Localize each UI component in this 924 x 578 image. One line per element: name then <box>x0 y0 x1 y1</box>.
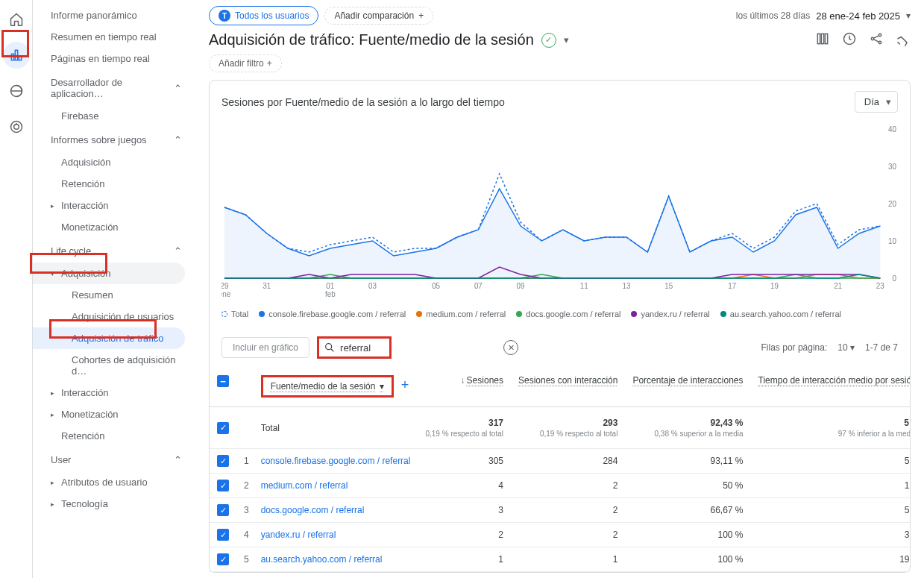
svg-rect-2 <box>19 56 21 60</box>
svg-rect-1 <box>15 50 17 60</box>
col-engagement-rate[interactable]: Porcentaje de interacciones <box>632 375 743 386</box>
col-sessions[interactable]: Sesiones <box>467 375 503 386</box>
search-input[interactable] <box>340 342 385 354</box>
svg-point-10 <box>871 37 873 40</box>
svg-text:01: 01 <box>326 282 334 290</box>
add-comparison-chip[interactable]: Añadir comparación+ <box>324 7 433 25</box>
period-select[interactable]: Día <box>855 91 898 113</box>
sidebar-section-user[interactable]: User⌃ <box>33 447 191 471</box>
legend-item[interactable]: docs.google.com / referral <box>516 310 620 318</box>
row-checkbox[interactable] <box>217 455 229 467</box>
sidebar-item-games-int[interactable]: ▸Interacción <box>33 195 191 216</box>
svg-text:30: 30 <box>888 163 896 171</box>
rows-per-page-select[interactable]: 10 ▾ <box>837 342 855 353</box>
sidebar-item-acq-traffic[interactable]: Adquisición de tráfico <box>33 327 185 349</box>
add-filter-chip[interactable]: Añadir filtro+ <box>209 54 282 72</box>
row-checkbox[interactable] <box>217 553 229 565</box>
table-row[interactable]: 2medium.com / referral4250 %1 s <box>210 474 910 498</box>
table-row[interactable]: 5au.search.yahoo.com / referral11100 %19… <box>210 547 910 572</box>
sidebar-item-games-mon[interactable]: Monetización <box>33 216 191 238</box>
reports-icon[interactable] <box>3 42 30 69</box>
table-row[interactable]: 1console.firebase.google.com / referral3… <box>210 449 910 474</box>
legend-item[interactable]: au.search.yahoo.com / referral <box>720 310 841 318</box>
source-link[interactable]: medium.com / referral <box>261 480 348 491</box>
sidebar-item-games-ret[interactable]: Retención <box>33 173 191 195</box>
row-checkbox[interactable] <box>217 504 229 516</box>
legend-item[interactable]: Total <box>221 310 248 318</box>
chart-title: Sesiones por Fuente/medio de la sesión a… <box>221 96 505 108</box>
include-in-chart-button[interactable]: Incluir en gráfico <box>221 337 309 358</box>
source-link[interactable]: docs.google.com / referral <box>261 505 365 515</box>
table-search[interactable] <box>317 336 392 359</box>
chevron-down-icon: ▾ <box>906 10 911 21</box>
search-icon <box>324 342 336 354</box>
sidebar-item-games-acq[interactable]: Adquisición <box>33 151 191 173</box>
sidebar-item-retention[interactable]: Retención <box>33 425 191 447</box>
svg-text:20: 20 <box>888 200 896 208</box>
sidebar-section-games[interactable]: Informes sobre juegos⌃ <box>33 127 191 151</box>
row-checkbox[interactable] <box>217 529 229 541</box>
chart-legend: Totalconsole.firebase.google.com / refer… <box>210 302 910 329</box>
edit-icon[interactable] <box>896 31 911 48</box>
svg-point-4 <box>10 122 22 133</box>
sidebar-item-user-attrs[interactable]: ▸Atributos de usuario <box>33 471 191 493</box>
svg-point-11 <box>879 34 881 36</box>
legend-item[interactable]: console.firebase.google.com / referral <box>259 310 406 318</box>
chevron-down-icon[interactable]: ▾ <box>564 34 569 45</box>
table-row[interactable]: 4yandex.ru / referral22100 %3 s <box>210 523 910 547</box>
svg-text:29: 29 <box>221 282 229 290</box>
svg-text:15: 15 <box>664 282 673 290</box>
select-all-checkbox[interactable] <box>217 375 229 387</box>
svg-rect-0 <box>11 54 13 60</box>
sidebar-item-acquisition[interactable]: ▾Adquisición <box>33 263 185 284</box>
svg-text:19: 19 <box>770 282 779 290</box>
date-range-picker[interactable]: los últimos 28 días 28 ene-24 feb 2025 ▾ <box>736 10 911 22</box>
source-link[interactable]: au.search.yahoo.com / referral <box>261 554 383 565</box>
sidebar-section-lifecycle[interactable]: Life cycle⌃ <box>33 238 191 263</box>
sidebar-item-interaction[interactable]: ▸Interacción <box>33 382 191 403</box>
comparison-chip-all-users[interactable]: TTodos los usuarios <box>209 6 318 25</box>
legend-item[interactable]: yandex.ru / referral <box>631 310 709 318</box>
add-dimension-button[interactable]: + <box>401 377 409 392</box>
row-checkbox[interactable] <box>217 480 229 491</box>
status-check-icon[interactable]: ✓ <box>541 33 556 48</box>
sidebar-item-acq-summary[interactable]: Resumen <box>33 284 191 306</box>
plus-icon: + <box>418 10 424 21</box>
date-range-label: los últimos 28 días <box>736 10 810 21</box>
data-table: Fuente/medio de la sesión ▾ + ↓Sesiones … <box>210 366 910 572</box>
source-link[interactable]: console.firebase.google.com / referral <box>261 456 411 466</box>
svg-point-5 <box>13 125 19 130</box>
svg-text:11: 11 <box>580 282 588 290</box>
sidebar-item-firebase[interactable]: Firebase <box>33 105 191 127</box>
sidebar-item-tech[interactable]: ▸Tecnología <box>33 493 191 515</box>
customize-icon[interactable] <box>815 31 830 48</box>
explore-icon[interactable] <box>3 78 30 104</box>
svg-text:ene: ene <box>221 290 231 298</box>
sidebar-section-developer[interactable]: Desarrollador de aplicacion…⌃ <box>33 69 191 105</box>
sort-arrow-icon[interactable]: ↓ <box>461 375 465 386</box>
col-engaged-sessions[interactable]: Sesiones con interacción <box>518 375 617 386</box>
sidebar-item-realtime-pages[interactable]: Páginas en tiempo real <box>33 48 191 69</box>
sidebar-item-realtime-summary[interactable]: Resumen en tiempo real <box>33 26 191 48</box>
svg-text:17: 17 <box>728 282 736 290</box>
legend-item[interactable]: medium.com / referral <box>416 310 506 318</box>
svg-text:05: 05 <box>432 282 440 290</box>
insights-icon[interactable] <box>842 31 857 48</box>
col-avg-time[interactable]: Tiempo de interacción medio por sesión <box>758 375 911 386</box>
sidebar-item-panoramic[interactable]: Informe panorámico <box>33 4 191 26</box>
home-icon[interactable] <box>3 6 30 33</box>
advertising-icon[interactable] <box>3 113 30 140</box>
clear-search-icon[interactable]: ✕ <box>503 340 518 355</box>
svg-text:31: 31 <box>263 282 271 290</box>
svg-rect-8 <box>825 34 827 43</box>
svg-text:07: 07 <box>474 282 483 290</box>
sidebar-item-monetization[interactable]: ▸Monetización <box>33 403 191 425</box>
sidebar-item-acq-users[interactable]: Adquisición de usuarios <box>33 306 191 327</box>
dimension-select[interactable]: Fuente/medio de la sesión ▾ <box>261 375 395 398</box>
timeseries-chart: 01020304029ene3101feb0305070911131517192… <box>221 123 898 302</box>
row-checkbox[interactable] <box>217 422 229 434</box>
source-link[interactable]: yandex.ru / referral <box>261 530 336 540</box>
table-row[interactable]: 3docs.google.com / referral3266,67 %5 s <box>210 498 910 523</box>
share-icon[interactable] <box>869 31 884 48</box>
sidebar-item-acq-cohorts[interactable]: Cohortes de adquisición d… <box>33 349 191 382</box>
